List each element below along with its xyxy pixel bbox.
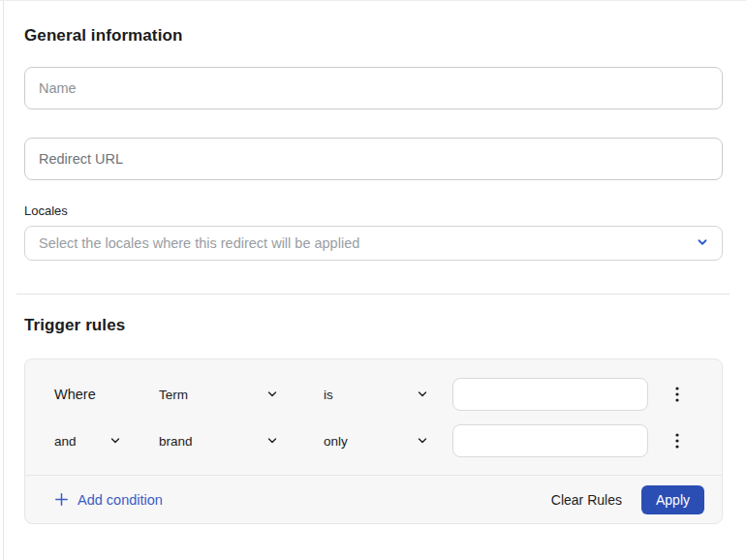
chevron-down-icon: [108, 433, 123, 449]
redirect-form-panel: General information Locales Select the l…: [0, 0, 746, 560]
chevron-down-icon: [415, 387, 430, 402]
rule-field-select[interactable]: Term: [159, 387, 280, 402]
rule-connector-value: and: [54, 434, 77, 449]
plus-icon: [54, 492, 69, 507]
rule-connector-label: Where: [54, 387, 96, 402]
rules-footer: Add condition Clear Rules Apply: [25, 475, 722, 523]
apply-button[interactable]: Apply: [641, 485, 704, 514]
clear-rules-button[interactable]: Clear Rules: [551, 492, 622, 508]
rule-menu-button[interactable]: [673, 384, 681, 405]
chevron-down-icon: [264, 387, 280, 402]
vertical-dots-icon: [675, 433, 679, 449]
rule-operator-select[interactable]: is: [324, 387, 430, 402]
redirect-url-input[interactable]: [24, 138, 723, 180]
rule-menu-button[interactable]: [673, 430, 681, 451]
chevron-down-icon: [264, 433, 280, 449]
rule-connector-cell: and: [54, 433, 159, 449]
rule-value-input[interactable]: [452, 378, 648, 411]
rule-field-value: brand: [159, 434, 193, 449]
add-condition-label: Add condition: [78, 492, 163, 508]
trigger-rules-title: Trigger rules: [24, 316, 723, 335]
rule-operator-value: only: [324, 434, 348, 449]
vertical-dots-icon: [675, 387, 679, 402]
chevron-down-icon: [697, 234, 708, 252]
rule-operator-select[interactable]: only: [324, 433, 430, 449]
rule-value-input[interactable]: [452, 424, 648, 457]
rule-row: and brand only: [25, 424, 722, 457]
locales-placeholder: Select the locales where this redirect w…: [39, 235, 359, 251]
chevron-down-icon: [415, 433, 430, 449]
form-content: General information Locales Select the l…: [0, 1, 746, 524]
rule-connector-select[interactable]: and: [54, 433, 123, 449]
rule-field-select[interactable]: brand: [159, 433, 280, 449]
rule-operator-value: is: [324, 388, 333, 402]
rule-connector-cell: Where: [54, 387, 159, 402]
add-condition-button[interactable]: Add condition: [54, 492, 163, 508]
panel-left-edge: [3, 1, 4, 560]
name-input[interactable]: [24, 67, 723, 109]
rules-body: Where Term is: [25, 359, 722, 475]
locales-select[interactable]: Select the locales where this redirect w…: [24, 226, 723, 261]
locales-label: Locales: [24, 203, 723, 218]
general-information-title: General information: [24, 26, 723, 46]
section-divider: [16, 294, 730, 295]
trigger-rules-card: Where Term is: [24, 358, 723, 524]
rule-field-value: Term: [159, 388, 188, 402]
rule-row: Where Term is: [25, 378, 722, 411]
